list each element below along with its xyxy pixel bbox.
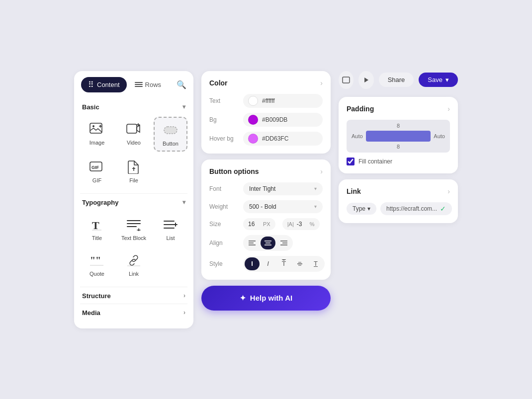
padding-card-header: Padding ›	[347, 105, 450, 113]
style-underline-button[interactable]: T	[308, 257, 323, 270]
font-label: Font	[209, 185, 239, 192]
file-label: File	[129, 177, 138, 183]
right-panel: Share Save ▾ Padding › 8 Auto Auto	[339, 71, 458, 223]
svg-text:GIF: GIF	[91, 165, 99, 170]
align-right-button[interactable]	[276, 237, 291, 249]
file-item[interactable]: File	[117, 155, 151, 187]
color-hoverbg-pill[interactable]: #DD63FC	[243, 132, 323, 146]
quote-item[interactable]: " " Quote	[80, 248, 114, 281]
style-label: Style	[209, 260, 239, 267]
style-group: I I T̄ T	[243, 256, 325, 272]
align-label: Align	[209, 239, 239, 246]
padding-visual: 8 Auto Auto 8 Fill container	[347, 120, 450, 165]
ai-help-button[interactable]: ✦ Help with AI	[201, 286, 331, 311]
link-type-chevron: ▾	[367, 205, 370, 212]
typography-title: Typography	[82, 199, 118, 206]
bg-color-swatch	[248, 115, 258, 125]
rows-icon	[135, 82, 143, 87]
left-panel-header: ⠿ Content Rows 🔍	[74, 71, 193, 98]
list-item[interactable]: List	[154, 212, 187, 245]
preview-button[interactable]	[339, 71, 354, 89]
title-item[interactable]: T Title	[80, 212, 114, 245]
style-bold-button[interactable]: I	[245, 257, 260, 270]
align-center-button[interactable]	[261, 237, 275, 249]
style-row: Style I I T̄ T	[209, 256, 323, 272]
fill-container-checkbox[interactable]	[347, 158, 355, 165]
title-icon: T	[88, 216, 106, 233]
link-label: Link	[129, 271, 139, 277]
quote-icon: " "	[88, 252, 106, 269]
tracking-group: |A| %	[282, 218, 320, 230]
size-label: Size	[209, 221, 239, 228]
padding-card: Padding › 8 Auto Auto 8 Fill container	[339, 97, 458, 173]
content-dots-icon: ⠿	[88, 80, 94, 89]
button-label: Button	[163, 141, 178, 147]
color-card-chevron: ›	[320, 79, 323, 87]
top-bar: Share Save ▾	[339, 71, 458, 89]
link-card-header: Link ›	[347, 187, 450, 195]
weight-row: Weight 500 - Bold ▾	[209, 200, 323, 213]
save-chevron: ▾	[445, 76, 449, 83]
tab-rows-button[interactable]: Rows	[131, 78, 166, 91]
padding-right-label: Auto	[431, 133, 448, 139]
button-item[interactable]: Button	[154, 117, 187, 152]
hoverbg-color-swatch	[248, 134, 258, 144]
main-container: ⠿ Content Rows 🔍 Basic ▾	[64, 61, 468, 338]
text-color-swatch	[248, 96, 258, 106]
size-row: Size PX |A| %	[209, 218, 323, 230]
svg-point-1	[92, 125, 94, 127]
tracking-input[interactable]	[297, 221, 307, 228]
media-chevron: ›	[183, 309, 185, 316]
url-pill[interactable]: https://ecraft.com... ✓	[380, 202, 452, 215]
color-text-row: Text #ffffff	[209, 94, 323, 108]
save-button[interactable]: Save ▾	[419, 73, 458, 87]
search-button[interactable]: 🔍	[177, 80, 186, 89]
font-select[interactable]: Inter Tight ▾	[243, 182, 323, 195]
text-color-value: #ffffff	[262, 97, 275, 104]
tab-content-label: Content	[97, 81, 120, 88]
gif-item[interactable]: GIF GIF	[80, 155, 114, 187]
media-title: Media	[82, 309, 100, 317]
style-italic-button[interactable]: I	[261, 257, 275, 270]
button-options-title: Button options	[209, 167, 259, 175]
textblock-label: Text Block	[121, 235, 146, 241]
tab-content-button[interactable]: ⠿ Content	[81, 77, 127, 92]
weight-value: 500 - Bold	[249, 203, 276, 210]
image-item[interactable]: Image	[80, 117, 114, 152]
video-label: Video	[127, 140, 141, 146]
size-number-input[interactable]	[248, 221, 260, 228]
play-button[interactable]	[358, 71, 373, 89]
link-card-chevron: ›	[447, 187, 450, 195]
color-bg-pill[interactable]: #B009DB	[243, 113, 323, 127]
style-strikethrough-button[interactable]	[292, 257, 307, 270]
align-left-button[interactable]	[245, 237, 260, 249]
link-type-button[interactable]: Type ▾	[347, 203, 376, 215]
share-button[interactable]: Share	[379, 73, 414, 87]
title-label: Title	[92, 235, 102, 241]
button-options-chevron: ›	[320, 167, 323, 175]
textblock-item[interactable]: Text Block	[117, 212, 151, 245]
style-overline-button[interactable]: T̄	[276, 257, 291, 270]
middle-panel: Color › Text #ffffff Bg #B009DB	[201, 71, 331, 311]
tab-rows-label: Rows	[145, 81, 162, 88]
padding-middle-row: Auto Auto	[349, 131, 448, 142]
weight-select[interactable]: 500 - Bold ▾	[243, 200, 323, 213]
structure-section-header[interactable]: Structure ›	[74, 287, 193, 304]
weight-label: Weight	[209, 203, 239, 210]
link-item[interactable]: Link	[117, 248, 151, 281]
padding-card-chevron: ›	[447, 105, 450, 113]
link-icon	[124, 252, 143, 269]
video-item[interactable]: Video	[117, 117, 151, 152]
link-card: Link › Type ▾ https://ecraft.com... ✓	[339, 179, 458, 223]
list-icon	[161, 216, 180, 233]
basic-title: Basic	[82, 103, 99, 111]
media-section-header[interactable]: Media ›	[74, 304, 193, 320]
list-label: List	[166, 235, 175, 241]
textblock-icon	[124, 216, 143, 233]
color-text-pill[interactable]: #ffffff	[243, 94, 323, 108]
basic-grid: Image Video	[74, 115, 193, 193]
image-icon	[88, 121, 106, 138]
svg-text:T: T	[92, 219, 99, 231]
fill-container-row: Fill container	[347, 158, 450, 165]
file-icon	[124, 159, 143, 175]
